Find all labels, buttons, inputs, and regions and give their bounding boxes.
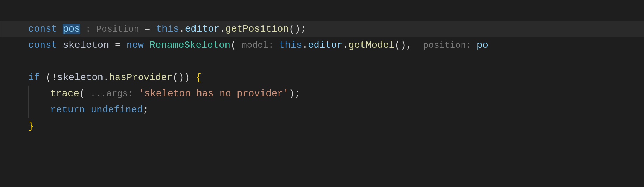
code-token: = (144, 24, 156, 34)
code-token: () (173, 72, 184, 83)
code-token: hasProvider (109, 72, 173, 83)
code-token: editor (308, 40, 342, 51)
code-line[interactable]: if (!skeleton.hasProvider()) { (28, 70, 644, 86)
code-token: skeleton (57, 72, 103, 83)
code-token: getPosition (225, 24, 289, 34)
inlay-hint: ...args: (85, 89, 138, 99)
code-token: . (302, 40, 308, 51)
code-token: } (28, 121, 34, 131)
code-token: this (156, 24, 179, 34)
code-token: editor (185, 24, 219, 34)
code-line[interactable]: trace( ...args: 'skeleton has no provide… (28, 86, 644, 102)
code-token: ; (301, 24, 306, 34)
code-token: ; (295, 89, 300, 99)
code-token: ( (79, 89, 85, 99)
code-token: . (343, 40, 348, 51)
code-token: return (50, 105, 91, 115)
code-line[interactable] (28, 53, 644, 70)
code-token: ( (45, 72, 51, 83)
code-token: . (219, 24, 225, 34)
code-token: () (395, 40, 406, 51)
code-token (190, 72, 196, 83)
code-token: ) (184, 72, 190, 83)
code-token: . (103, 72, 109, 83)
code-token: ( (230, 40, 236, 51)
code-token: const (28, 40, 63, 51)
code-token: () (289, 24, 301, 34)
code-token: { (196, 72, 202, 83)
code-editor[interactable]: const pos : Position = this.editor.getPo… (0, 0, 644, 134)
inlay-hint: position: (418, 40, 477, 51)
inlay-hint: model: (236, 40, 279, 51)
inlay-hint: : Position (80, 24, 144, 34)
code-token: RenameSkeleton (149, 40, 230, 51)
indent-guide (28, 102, 50, 118)
code-token: getModel (348, 40, 395, 51)
code-token: const (28, 24, 63, 34)
code-token: ; (143, 105, 148, 115)
code-token: 'skeleton has no provider' (138, 89, 289, 99)
code-token: undefined (91, 105, 143, 115)
code-line[interactable]: const pos : Position = this.editor.getPo… (0, 21, 644, 37)
code-line[interactable]: const skeleton = new RenameSkeleton( mod… (28, 37, 644, 53)
code-token: trace (50, 89, 79, 99)
code-line[interactable]: return undefined; (28, 102, 644, 118)
code-token: ! (51, 72, 57, 83)
code-token: , (406, 40, 418, 51)
code-token: . (179, 24, 185, 34)
code-token: this (279, 40, 302, 51)
code-token: po (477, 40, 488, 51)
code-token: = (115, 40, 126, 51)
indent-guide (28, 86, 50, 102)
code-token: if (28, 72, 45, 83)
code-token: ) (289, 89, 295, 99)
code-line[interactable]: } (28, 118, 644, 134)
code-token: new (126, 40, 150, 51)
code-token: pos (63, 24, 80, 34)
code-token: skeleton (63, 40, 115, 51)
